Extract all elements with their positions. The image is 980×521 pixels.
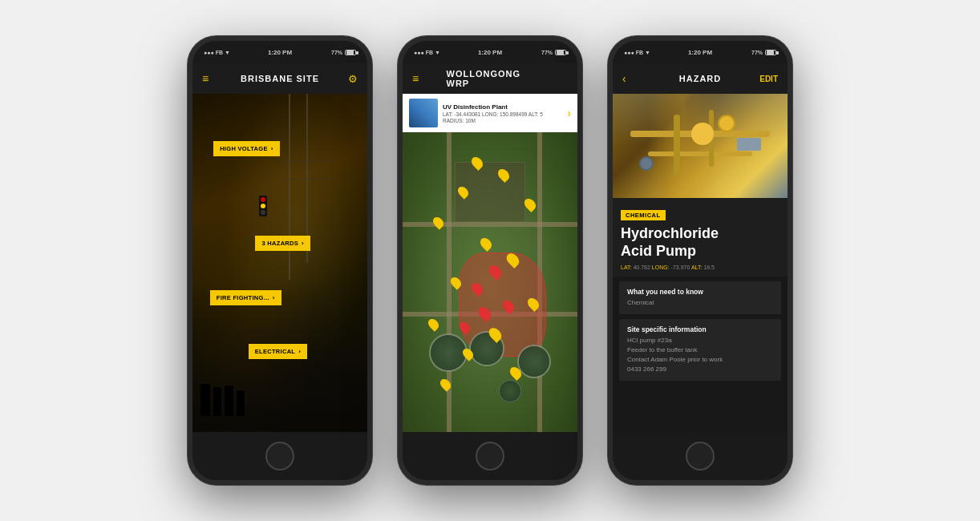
pin-r-5[interactable]	[460, 321, 469, 333]
detail-block-0: What you need to know Chemical	[619, 281, 781, 314]
pin-y-4[interactable]	[525, 198, 535, 211]
detail-block-1: Site specific information HCl pump #23a …	[619, 319, 781, 381]
worker-1	[200, 384, 210, 416]
info-panel[interactable]: UV Disinfection Plant LAT: -34.443081 LO…	[403, 94, 577, 132]
battery-icon-2	[555, 50, 566, 55]
home-button-3[interactable]	[686, 442, 715, 471]
pin-y-10[interactable]	[429, 318, 438, 330]
status-right-3: 77%	[751, 50, 776, 55]
long-value: -73.970	[671, 265, 690, 270]
pin-y-5[interactable]	[434, 216, 443, 228]
phone-bottom-1	[192, 432, 367, 480]
3-hazards-button[interactable]: 3 HAZARDS ›	[255, 236, 310, 251]
hamburger-icon-1[interactable]: ≡	[202, 72, 209, 85]
edit-button[interactable]: EDIT	[759, 75, 778, 83]
status-time-3: 1:20 PM	[688, 49, 712, 56]
fire-fighting-button[interactable]: FIRE FIGHTING... ›	[210, 290, 281, 305]
location-thumbnail	[409, 99, 438, 127]
high-voltage-button[interactable]: HIGH VOLTAGE ›	[213, 141, 280, 156]
home-button-2[interactable]	[476, 442, 504, 471]
pin-y-8[interactable]	[452, 277, 460, 289]
home-button-1[interactable]	[265, 442, 294, 471]
status-left-2: ●●● FB ▼	[414, 50, 440, 55]
hazard-info-section: CHEMICAL Hydrochloride Acid Pump LAT: 40…	[613, 198, 788, 277]
electrical-button[interactable]: ELECTRICAL ›	[249, 344, 307, 359]
high-voltage-arrow: ›	[271, 145, 273, 152]
high-voltage-label: HIGH VOLTAGE	[220, 145, 268, 152]
hamburger-icon-2[interactable]: ≡	[412, 72, 419, 85]
battery-percent-2: 77%	[541, 50, 553, 55]
wire-2	[280, 179, 332, 180]
3-hazards-label: 3 HAZARDS	[261, 240, 298, 247]
pin-y-2[interactable]	[499, 168, 508, 181]
status-bar-3: ●●● FB ▼ 1:20 PM 77%	[613, 41, 788, 63]
battery-icon-1	[345, 50, 356, 55]
valve-1	[737, 138, 761, 151]
brisbane-screen: HIGH VOLTAGE › 3 HAZARDS › FIRE FIGHTING…	[192, 94, 367, 432]
pin-y-13[interactable]	[511, 366, 520, 379]
pin-r-4[interactable]	[480, 306, 490, 321]
fire-fighting-label: FIRE FIGHTING...	[217, 294, 269, 301]
traffic-light	[259, 196, 267, 216]
pipe-h-2	[648, 151, 753, 156]
phone-brisbane: ●●● FB ▼ 1:20 PM 77% ≡ BRISBANE SITE ⚙	[188, 36, 372, 485]
worker-4	[237, 390, 245, 416]
battery-icon-3	[765, 50, 776, 55]
water-tank-1	[429, 333, 468, 372]
tl-yellow	[261, 204, 265, 208]
status-left-1: ●●● FB ▼	[204, 50, 230, 55]
hazard-image	[613, 94, 788, 198]
chemical-badge: CHEMICAL	[621, 210, 666, 220]
battery-percent-3: 77%	[751, 50, 763, 55]
pin-r-3[interactable]	[504, 300, 513, 313]
info-text: UV Disinfection Plant LAT: -34.443081 LO…	[443, 103, 562, 123]
alt-value: 18.5	[703, 265, 715, 270]
pump-secondary	[718, 115, 735, 132]
valve-2	[639, 156, 654, 171]
app-header-1: ≡ BRISBANE SITE ⚙	[192, 63, 367, 94]
app-title-1: BRISBANE SITE	[241, 74, 319, 83]
brisbane-bg: HIGH VOLTAGE › 3 HAZARDS › FIRE FIGHTING…	[192, 94, 367, 432]
app-header-2: ≡ WOLLONGONG WRP	[403, 63, 577, 94]
pin-y-1[interactable]	[472, 156, 482, 169]
location-name: UV Disinfection Plant	[443, 103, 562, 111]
pin-y-12[interactable]	[464, 348, 472, 360]
status-right-1: 77%	[331, 50, 356, 55]
lat-label: LAT:	[621, 265, 632, 270]
road-h-1	[403, 222, 577, 227]
pin-y-14[interactable]	[441, 378, 450, 390]
pipe-v-1	[674, 115, 680, 177]
filter-icon-1[interactable]: ⚙	[348, 73, 358, 85]
electrical-label: ELECTRICAL	[255, 348, 296, 355]
location-coords: LAT: -34.443081 LONG: 150.898499 ALT: 5	[443, 111, 562, 117]
hazard-title: Hydrochloride Acid Pump	[621, 225, 780, 260]
lat-value: 40.782	[633, 265, 650, 270]
pole-1	[289, 94, 290, 280]
detail-text-1: HCl pump #23a Feeder to the buffer tank …	[627, 336, 773, 374]
pin-y-7[interactable]	[508, 252, 518, 267]
map-background	[403, 132, 577, 432]
info-panel-arrow[interactable]: ›	[567, 107, 571, 119]
alt-label: ALT:	[691, 265, 703, 270]
tl-green	[261, 210, 265, 215]
app-title-2: WOLLONGONG WRP	[447, 69, 534, 88]
app-title-3: HAZARD	[679, 74, 721, 83]
tl-red	[261, 197, 265, 202]
pin-r-2[interactable]	[472, 282, 482, 295]
map-container[interactable]	[403, 132, 577, 432]
battery-percent-1: 77%	[331, 50, 342, 55]
pin-r-1[interactable]	[490, 265, 500, 279]
pin-y-9[interactable]	[528, 297, 538, 310]
pin-y-11[interactable]	[490, 327, 500, 341]
wire-1	[280, 161, 332, 162]
status-left-3: ●●● FB ▼	[624, 50, 650, 55]
phone-wollongong: ●●● FB ▼ 1:20 PM 77% ≡ WOLLONGONG WRP UV…	[398, 36, 582, 485]
hazard-content: CHEMICAL Hydrochloride Acid Pump LAT: 40…	[613, 94, 788, 432]
water-tank-3	[517, 345, 551, 378]
back-icon[interactable]: ‹	[622, 72, 626, 85]
pin-y-6[interactable]	[481, 237, 491, 250]
pin-y-3[interactable]	[459, 186, 468, 198]
location-radius: RADIUS: 10M	[443, 118, 562, 123]
hazard-coords: LAT: 40.782 LONG: -73.970 ALT: 18.5	[621, 265, 780, 270]
phone-bottom-2	[403, 432, 577, 480]
